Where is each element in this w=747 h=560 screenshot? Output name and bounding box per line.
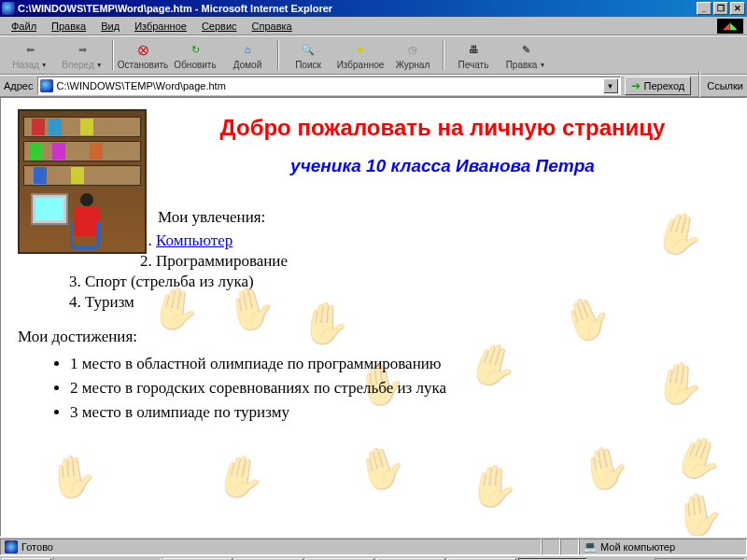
achievements-title: Мои достижения: [18, 328, 729, 346]
status-cell [560, 539, 579, 555]
page-icon [40, 79, 53, 92]
hobbies-title: Мои увлечения: [158, 208, 729, 227]
ie-icon [2, 2, 15, 15]
favorites-icon: ★ [351, 40, 370, 59]
menu-file[interactable]: Файл [4, 19, 44, 34]
window-title: C:\WINDOWS\TEMP\Word\page.htm - Microsof… [18, 3, 695, 14]
address-url: C:\WINDOWS\TEMP\Word\page.htm [57, 80, 226, 91]
back-button[interactable]: ⬅ Назад▼ [4, 37, 56, 73]
list-item: Туризм [85, 292, 729, 313]
taskbar: ⊞ Пуск Лабор... Создан... page - ... pag… [0, 555, 747, 560]
address-field[interactable]: C:\WINDOWS\TEMP\Word\page.htm ▼ [37, 77, 621, 95]
hobby-link-computer[interactable]: Компьютер [156, 231, 233, 249]
print-icon: 🖶 [464, 40, 483, 59]
address-dropdown[interactable]: ▼ [603, 78, 618, 93]
page-body: Добро пожаловать на личную страницу учен… [1, 98, 746, 436]
edit-icon: ✎ [516, 40, 535, 59]
status-cell [542, 539, 560, 555]
separator [277, 40, 278, 70]
menu-favorites[interactable]: Избранное [127, 19, 194, 34]
menu-edit[interactable]: Правка [44, 19, 93, 34]
security-zone: 💻 Мой компьютер [579, 539, 747, 555]
home-icon: ⌂ [238, 40, 257, 59]
go-icon: ➔ [631, 79, 641, 92]
list-item: Спорт (стрельба из лука) [85, 272, 729, 292]
toolbar: ⬅ Назад▼ ➡ Вперед▼ ⨂ Остановить ↻ Обнови… [0, 35, 747, 75]
close-button[interactable]: ✕ [730, 2, 745, 15]
content-area: ✋ ✋ ✋ ✋ ✋ ✋ ✋ ✋ ✋ ✋ ✋ ✋ ✋ ✋ ✋ Добро пожа… [0, 97, 747, 537]
menu-help[interactable]: Справка [245, 19, 300, 34]
print-button[interactable]: 🖶 Печать [447, 37, 500, 73]
forward-arrow-icon: ➡ [73, 40, 92, 59]
search-button[interactable]: 🔍 Поиск [282, 37, 334, 73]
computer-icon: 💻 [584, 540, 597, 553]
back-arrow-icon: ⬅ [21, 40, 39, 59]
links-label[interactable]: Ссылки [707, 80, 743, 91]
menu-view[interactable]: Вид [93, 19, 127, 34]
separator [112, 40, 113, 70]
ie-logo: ◢◣ [717, 19, 743, 34]
maximize-button[interactable]: ❐ [713, 2, 728, 15]
achievements-list: 1 место в областной олимпиаде по програм… [70, 352, 729, 425]
stop-icon: ⨂ [134, 40, 152, 59]
menubar: Файл Правка Вид Избранное Сервис Справка… [0, 17, 747, 35]
statusbar: Готово 💻 Мой компьютер [0, 537, 747, 555]
go-button[interactable]: ➔ Переход [625, 77, 692, 95]
menu-tools[interactable]: Сервис [194, 19, 245, 34]
separator [443, 40, 444, 70]
refresh-icon: ↻ [186, 40, 204, 59]
history-icon: ◷ [403, 40, 422, 59]
status-text: Готово [0, 539, 542, 555]
desk-image [18, 109, 147, 254]
forward-button[interactable]: ➡ Вперед▼ [56, 37, 108, 73]
address-label: Адрес [4, 80, 34, 91]
home-button[interactable]: ⌂ Домой [221, 37, 274, 73]
refresh-button[interactable]: ↻ Обновить [169, 37, 221, 73]
history-button[interactable]: ◷ Журнал [387, 37, 439, 73]
favorites-button[interactable]: ★ Избранное [334, 37, 387, 73]
search-icon: 🔍 [299, 40, 317, 59]
list-item: Программирование [85, 251, 729, 272]
list-item: 3 место в олимпиаде по туризму [70, 400, 729, 425]
list-item: Компьютер [85, 231, 729, 251]
minimize-button[interactable]: _ [697, 2, 712, 15]
list-item: 2 место в городских соревнованиях по стр… [70, 376, 729, 400]
addressbar: Адрес C:\WINDOWS\TEMP\Word\page.htm ▼ ➔ … [0, 75, 747, 97]
edit-button[interactable]: ✎ Правка▼ [500, 37, 552, 73]
list-item: 1 место в областной олимпиаде по програм… [70, 352, 729, 376]
hobbies-list: Компьютер Программирование Спорт (стрель… [85, 231, 729, 313]
stop-button[interactable]: ⨂ Остановить [117, 37, 169, 73]
ie-small-icon [5, 540, 18, 553]
titlebar: C:\WINDOWS\TEMP\Word\page.htm - Microsof… [0, 0, 747, 17]
